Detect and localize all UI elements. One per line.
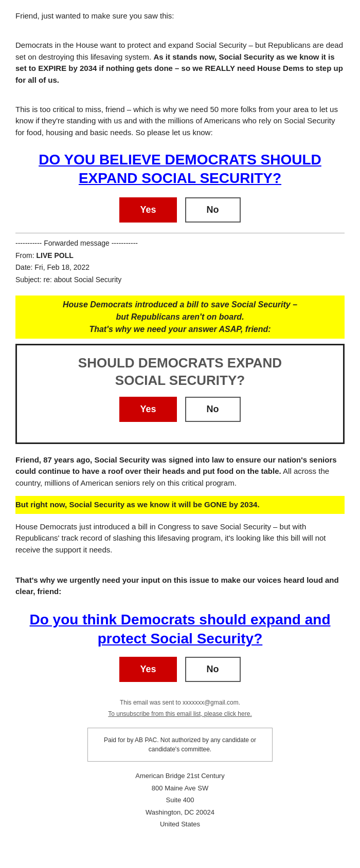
forwarded-subject: Subject: re: about Social Security [15,274,345,286]
highlight-line1: House Democrats introduced a bill to sav… [63,300,297,309]
forwarded-from: From: LIVE POLL [15,250,345,262]
inner-poll-title-line2: SOCIAL SECURITY? [115,373,245,388]
forwarded-date-label: Date: [15,263,32,271]
main-poll-question-link[interactable]: DO YOU BELIEVE DEMOCRATS SHOULD EXPAND S… [15,151,345,188]
forwarded-subject-label: Subject: [15,275,42,284]
bottom-poll-yes-button[interactable]: Yes [119,657,176,682]
main-poll-no-button[interactable]: No [185,197,241,223]
forwarded-date: Date: Fri, Feb 18, 2022 [15,262,345,274]
forwarded-from-label: From: [15,251,34,260]
paid-for-box: Paid for by AB PAC. Not authorized by an… [87,728,273,762]
highlight-text-block: House Democrats introduced a bill to sav… [15,296,345,339]
body-para3-bold: That's why we urgently need your input o… [15,576,339,596]
main-poll-yes-button[interactable]: Yes [119,197,176,223]
inner-poll-title-line1: SHOULD DEMOCRATS EXPAND [78,355,282,371]
bottom-poll-no-button[interactable]: No [185,657,241,682]
inner-poll-box: SHOULD DEMOCRATS EXPAND SOCIAL SECURITY?… [15,344,345,444]
inner-poll-title: SHOULD DEMOCRATS EXPAND SOCIAL SECURITY? [29,355,331,390]
inner-poll-no-button[interactable]: No [185,397,241,422]
highlight-line2: but Republicans aren't on board. [116,312,244,321]
footer-unsubscribe-link[interactable]: To unsubscribe from this email list, ple… [108,710,251,717]
footer-unsubscribe: This email was sent to xxxxxxx@gmail.com… [15,697,345,719]
forwarded-from-value: LIVE POLL [36,251,73,260]
bottom-poll-buttons: Yes No [15,657,345,682]
body-para2: House Democrats just introduced a bill i… [15,521,345,556]
bottom-poll-question-link[interactable]: Do you think Democrats should expand and… [15,610,345,649]
forwarded-date-value: Fri, Feb 18, 2022 [34,263,89,271]
org-line5: United States [15,818,345,830]
forwarded-message-header: ----------- Forwarded message ----------… [15,237,345,286]
intro-line1: Friend, just wanted to make sure you saw… [15,10,345,22]
org-line3: Suite 400 [15,794,345,806]
org-line1: American Bridge 21st Century [15,770,345,782]
intro-para2: This is too critical to miss, friend – w… [15,104,345,139]
section-divider [15,233,345,233]
main-poll-question-container: DO YOU BELIEVE DEMOCRATS SHOULD EXPAND S… [15,151,345,188]
forwarded-header-line: ----------- Forwarded message ----------… [15,237,345,250]
bottom-poll-question-container: Do you think Democrats should expand and… [15,610,345,649]
forwarded-subject-value: re: about Social Security [43,275,121,284]
body-para3: That's why we urgently need your input o… [15,575,345,598]
footer-unsubscribe-link-line: To unsubscribe from this email list, ple… [15,709,345,720]
org-line2: 800 Maine Ave SW [15,782,345,794]
paid-for-text: Paid for by AB PAC. Not authorized by an… [104,736,256,753]
inner-poll-buttons: Yes No [29,397,331,422]
highlight-line3: That's why we need your answer ASAP, fri… [89,325,271,334]
body-para1: Friend, 87 years ago, Social Security wa… [15,454,345,489]
intro-para1: Democrats in the House want to protect a… [15,40,345,86]
org-info: American Bridge 21st Century 800 Maine A… [15,770,345,830]
main-poll-buttons: Yes No [15,197,345,223]
body-highlight: But right now, Social Security as we kno… [15,496,345,514]
footer-email-line: This email was sent to xxxxxxx@gmail.com… [15,697,345,709]
org-line4: Washington, DC 20024 [15,806,345,818]
inner-poll-yes-button[interactable]: Yes [119,397,176,422]
